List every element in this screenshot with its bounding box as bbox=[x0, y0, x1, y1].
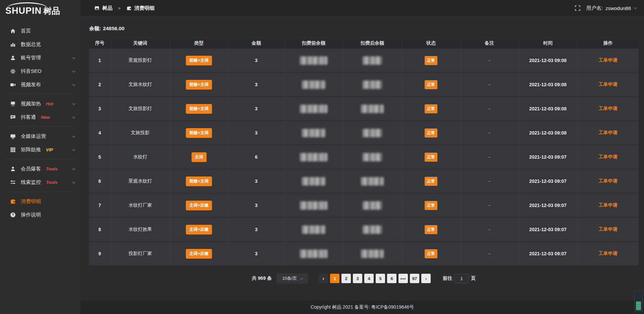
page-button-1[interactable]: 1 bbox=[330, 274, 339, 283]
next-page-button[interactable]: › bbox=[421, 274, 431, 283]
work-order-link[interactable]: 工单申请 bbox=[599, 154, 618, 159]
cell-index: 9 bbox=[89, 242, 111, 266]
page-button-6[interactable]: 6 bbox=[387, 274, 396, 283]
col-header-balance-after: 扣费后余额 bbox=[343, 38, 402, 48]
balance-label: 余额: bbox=[89, 25, 101, 31]
consumption-table: 序号 关键词 类型 金额 扣费前余额 扣费后余额 状态 备注 时间 操作 1 景… bbox=[89, 38, 639, 266]
cell-keyword: 文旅投影灯 bbox=[111, 97, 170, 121]
app-logo: SHUPIN树品 bbox=[0, 0, 80, 21]
sidebar-item-member-baoke[interactable]: 会员爆客 Tools bbox=[0, 162, 80, 175]
sidebar-item-lead-monitor[interactable]: 线索监控 Tools bbox=[0, 175, 80, 189]
cell-amount: 3 bbox=[228, 121, 284, 145]
cell-balance-after-masked bbox=[343, 217, 402, 242]
work-order-link[interactable]: 工单申请 bbox=[599, 106, 618, 111]
status-badge: 正常 bbox=[425, 104, 437, 113]
page-button-4[interactable]: 4 bbox=[364, 274, 374, 283]
work-order-link[interactable]: 工单申请 bbox=[599, 202, 618, 208]
sidebar-item-douyin-seo[interactable]: 抖音SEO bbox=[0, 64, 80, 78]
gear-icon bbox=[10, 68, 16, 74]
cell-balance-before-masked bbox=[284, 193, 343, 217]
sidebar-item-consumption-detail[interactable]: 消费明细 bbox=[0, 195, 80, 208]
cell-index: 3 bbox=[89, 97, 111, 121]
table-row: 4 文旅投影 前缀+主词 3 正常 - 2021-12-03 09:08 工单申… bbox=[89, 121, 639, 145]
balance-value: 24856.00 bbox=[103, 25, 124, 31]
goto-page-input[interactable] bbox=[454, 274, 469, 283]
chevron-down-icon bbox=[72, 83, 75, 86]
cell-time: 2021-12-03 09:07 bbox=[519, 169, 577, 193]
cell-balance-before-masked bbox=[284, 217, 343, 242]
cell-type: 前缀+主词 bbox=[170, 169, 228, 193]
footer: Copyright 树品 2021 备案号: 粤ICP备09019646号 bbox=[80, 301, 644, 314]
sidebar-item-label: 视频发布 bbox=[21, 82, 41, 88]
sidebar-item-home[interactable]: 首页 bbox=[0, 24, 80, 38]
sidebar-item-instructions[interactable]: ? 操作说明 bbox=[0, 208, 80, 221]
cell-index: 4 bbox=[89, 121, 111, 145]
col-header-keyword: 关键词 bbox=[111, 38, 170, 48]
cell-operation: 工单申请 bbox=[577, 193, 639, 217]
cell-balance-before-masked bbox=[284, 169, 343, 193]
cell-balance-before-masked bbox=[284, 242, 343, 266]
sidebar-item-matrix-boost[interactable]: 矩阵助推 VIP bbox=[0, 143, 80, 156]
cell-type: 主词+后缀 bbox=[170, 217, 228, 242]
page-button-3[interactable]: 3 bbox=[353, 274, 362, 283]
more-pages-button[interactable]: ••• bbox=[398, 274, 408, 283]
sidebar-item-label: 抖音SEO bbox=[21, 68, 42, 74]
masked-value bbox=[300, 201, 327, 210]
page-button-5[interactable]: 5 bbox=[376, 274, 385, 283]
cell-type: 前缀+主词 bbox=[170, 121, 228, 145]
masked-value bbox=[302, 177, 325, 186]
masked-value bbox=[363, 129, 382, 137]
col-header-status: 状态 bbox=[402, 38, 460, 48]
masked-value bbox=[361, 177, 384, 186]
work-order-link[interactable]: 工单申请 bbox=[599, 226, 618, 232]
cell-operation: 工单申请 bbox=[577, 145, 639, 169]
sidebar-item-data-overview[interactable]: 数据总览 bbox=[0, 38, 80, 51]
work-order-link[interactable]: 工单申请 bbox=[599, 57, 618, 63]
type-badge: 主词 bbox=[192, 152, 207, 162]
sidebar-item-video-publish[interactable]: 视频发布 bbox=[0, 78, 80, 91]
browser-extension-widget[interactable] bbox=[634, 291, 643, 312]
cell-operation: 工单申请 bbox=[577, 72, 639, 97]
sidebar-item-douketong[interactable]: 抖客通 New bbox=[0, 110, 80, 124]
work-order-link[interactable]: 工单申请 bbox=[599, 130, 618, 135]
table-row: 9 投影灯厂家 主词+后缀 3 正常 - 2021-12-03 09:07 工单… bbox=[89, 242, 639, 266]
fullscreen-icon[interactable] bbox=[575, 5, 580, 11]
col-header-index: 序号 bbox=[89, 38, 111, 48]
page-button-97[interactable]: 97 bbox=[410, 274, 419, 283]
breadcrumb-item-root[interactable]: 树品 bbox=[102, 5, 112, 11]
cell-operation: 工单申请 bbox=[577, 48, 639, 72]
pagination: 共 969 条 10条/页 ‹ 1 2 3 4 5 6 ••• 97 › 前往 … bbox=[89, 273, 639, 283]
page-button-2[interactable]: 2 bbox=[341, 274, 351, 283]
goto-label: 前往 bbox=[443, 275, 452, 281]
user-menu[interactable]: 用户名: zswodun88 bbox=[586, 5, 636, 11]
cell-type: 前缀+主词 bbox=[170, 72, 228, 97]
work-order-link[interactable]: 工单申请 bbox=[599, 251, 618, 256]
sidebar: SHUPIN树品 首页 数据总览 账号管理 抖音SEO 视频发布 bbox=[0, 0, 80, 314]
cell-keyword: 文旅投影 bbox=[111, 121, 170, 145]
cell-keyword: 水纹灯厂家 bbox=[111, 193, 170, 217]
cell-status: 正常 bbox=[402, 121, 460, 145]
sidebar-item-video-heating[interactable]: 视频加热 Hot bbox=[0, 97, 80, 110]
cell-index: 7 bbox=[89, 193, 111, 217]
col-header-time: 时间 bbox=[519, 38, 577, 48]
chevron-down-icon bbox=[72, 148, 75, 151]
sidebar-divider bbox=[5, 192, 75, 192]
sidebar-item-omni-media[interactable]: 全媒体运营 bbox=[0, 129, 80, 143]
cell-operation: 工单申请 bbox=[577, 242, 639, 266]
work-order-link[interactable]: 工单申请 bbox=[599, 82, 618, 87]
cell-remark: - bbox=[460, 193, 519, 217]
table-row: 5 水纹灯 主词 6 正常 - 2021-12-03 09:07 工单申请 bbox=[89, 145, 639, 169]
logo-arc bbox=[7, 2, 48, 8]
new-badge: New bbox=[41, 115, 50, 120]
cell-type: 主词 bbox=[170, 145, 228, 169]
prev-page-button[interactable]: ‹ bbox=[319, 274, 328, 283]
app-square-icon bbox=[95, 6, 99, 10]
cell-time: 2021-12-03 09:08 bbox=[519, 72, 577, 97]
work-order-link[interactable]: 工单申请 bbox=[599, 178, 618, 184]
sidebar-item-account-mgmt[interactable]: 账号管理 bbox=[0, 51, 80, 64]
col-header-operation: 操作 bbox=[577, 38, 639, 48]
page-size-select[interactable]: 10条/页 bbox=[276, 273, 308, 283]
monitor-icon bbox=[10, 134, 16, 139]
main-content: 余额:24856.00 序号 关键词 类型 金额 扣费前余额 扣费后余额 状态 … bbox=[80, 17, 644, 301]
sidebar-item-label: 消费明细 bbox=[21, 198, 41, 205]
